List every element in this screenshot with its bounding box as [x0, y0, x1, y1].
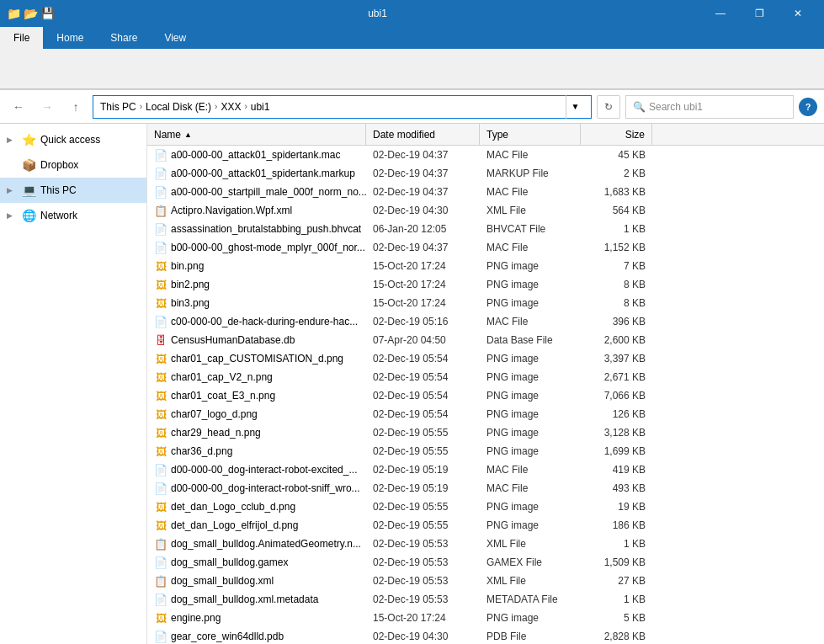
table-row[interactable]: 🖼 char29_head_n.png 02-Dec-19 05:55 PNG … [147, 423, 824, 442]
file-size-cell: 1 KB [581, 538, 652, 550]
refresh-button[interactable]: ↻ [597, 95, 620, 119]
table-row[interactable]: 🖼 bin.png 15-Oct-20 17:24 PNG image 7 KB [147, 257, 824, 275]
file-type-icon: 📄 [154, 241, 167, 254]
help-button[interactable]: ? [799, 98, 817, 116]
table-row[interactable]: 🖼 char01_cap_CUSTOMISATION_d.png 02-Dec-… [147, 349, 824, 368]
file-type-icon: 🖼 [154, 426, 167, 439]
table-row[interactable]: 🖼 det_dan_Logo_cclub_d.png 02-Dec-19 05:… [147, 498, 824, 516]
close-button[interactable]: ✕ [779, 0, 817, 27]
tab-home[interactable]: Home [43, 27, 97, 49]
file-name: dog_small_bulldog.xml [171, 575, 274, 587]
file-date-cell: 06-Jan-20 12:05 [366, 223, 480, 235]
sort-arrow-name: ▲ [184, 130, 192, 139]
file-type-cell: MARKUP File [480, 168, 581, 179]
up-button[interactable]: ↑ [64, 95, 88, 119]
file-name: char01_cap_CUSTOMISATION_d.png [171, 353, 343, 365]
file-type-cell: BHVCAT File [480, 223, 581, 235]
table-row[interactable]: 📄 b00-000-00_ghost-mode_mplyr_000f_nor..… [147, 238, 824, 257]
folder-icon: 📁 [7, 7, 20, 20]
table-row[interactable]: 🖼 det_dan_Logo_elfrijol_d.png 02-Dec-19 … [147, 516, 824, 535]
file-date-cell: 02-Dec-19 04:30 [366, 205, 480, 216]
file-name-cell: 🖼 bin2.png [147, 278, 366, 291]
minimize-button[interactable]: — [701, 0, 740, 27]
sidebar-item-thispc[interactable]: ▶ 💻 This PC [0, 178, 146, 203]
path-arrow-2: › [215, 102, 217, 111]
back-button[interactable]: ← [7, 95, 30, 119]
file-name-cell: 🖼 bin.png [147, 259, 366, 273]
file-list-body[interactable]: 📄 a00-000-00_attack01_spidertank.mac 02-… [147, 146, 824, 644]
sidebar-item-network[interactable]: ▶ 🌐 Network [0, 203, 146, 228]
col-header-date[interactable]: Date modified [366, 124, 480, 145]
table-row[interactable]: 🖼 bin2.png 15-Oct-20 17:24 PNG image 8 K… [147, 275, 824, 294]
file-type-icon: 📄 [154, 315, 167, 328]
window-controls: — ❐ ✕ [701, 0, 817, 27]
tab-file[interactable]: File [0, 27, 43, 49]
file-date-cell: 02-Dec-19 05:54 [366, 353, 480, 365]
file-name-cell: 📋 dog_small_bulldog.xml [147, 574, 366, 588]
table-row[interactable]: 🖼 char01_cap_V2_n.png 02-Dec-19 05:54 PN… [147, 368, 824, 386]
table-row[interactable]: 🗄 CensusHumanDatabase.db 07-Apr-20 04:50… [147, 331, 824, 349]
col-header-size[interactable]: Size [581, 124, 652, 145]
path-thispc: This PC [100, 101, 136, 113]
file-name: d00-000-00_dog-interact-robot-excited_..… [171, 464, 357, 476]
table-row[interactable]: 📄 dog_small_bulldog.xml.metadata 02-Dec-… [147, 590, 824, 609]
file-type-cell: GAMEX File [480, 556, 581, 568]
file-type-cell: MAC File [480, 464, 581, 476]
file-name: det_dan_Logo_cclub_d.png [171, 501, 295, 513]
file-name: bin.png [171, 260, 204, 272]
file-name: c00-000-00_de-hack-during-endure-hac... [171, 316, 358, 327]
table-row[interactable]: 📋 dog_small_bulldog.AnimatedGeometry.n..… [147, 535, 824, 553]
col-header-name[interactable]: Name ▲ [147, 124, 366, 145]
table-row[interactable]: 📋 Actipro.Navigation.Wpf.xml 02-Dec-19 0… [147, 201, 824, 220]
file-type-cell: PNG image [480, 279, 581, 290]
file-date-cell: 02-Dec-19 05:53 [366, 593, 480, 605]
file-name-cell: 🖼 bin3.png [147, 296, 366, 310]
file-type-cell: PNG image [480, 297, 581, 309]
table-row[interactable]: 📄 d00-000-00_dog-interact-robot-sniff_wr… [147, 479, 824, 498]
file-size-cell: 8 KB [581, 279, 652, 290]
table-row[interactable]: 📄 gear_core_win64dlld.pdb 02-Dec-19 04:3… [147, 627, 824, 644]
table-row[interactable]: 📄 a00-000-00_startpill_male_000f_norm_no… [147, 183, 824, 201]
expand-icon-network: ▶ [7, 211, 17, 220]
tab-view[interactable]: View [151, 27, 199, 49]
file-name-cell: 🖼 char07_logo_d.png [147, 407, 366, 421]
sidebar-label-thispc: This PC [40, 184, 77, 196]
sidebar-item-dropbox[interactable]: 📦 Dropbox [0, 152, 146, 178]
file-date-cell: 02-Dec-19 05:54 [366, 408, 480, 420]
table-row[interactable]: 📄 c00-000-00_de-hack-during-endure-hac..… [147, 312, 824, 331]
table-row[interactable]: 📄 assassination_brutalstabbing_push.bhvc… [147, 220, 824, 238]
table-row[interactable]: 📋 dog_small_bulldog.xml 02-Dec-19 05:53 … [147, 572, 824, 590]
file-name-cell: 📋 dog_small_bulldog.AnimatedGeometry.n..… [147, 537, 366, 551]
save-icon: 💾 [40, 7, 54, 20]
table-row[interactable]: 🖼 char01_coat_E3_n.png 02-Dec-19 05:54 P… [147, 386, 824, 405]
file-size-cell: 1,699 KB [581, 445, 652, 457]
maximize-button[interactable]: ❐ [740, 0, 779, 27]
file-size-cell: 1,152 KB [581, 242, 652, 253]
search-box[interactable]: 🔍 Search ubi1 [625, 95, 794, 119]
address-dropdown[interactable]: ▼ [566, 95, 584, 119]
address-path[interactable]: This PC › Local Disk (E:) › XXX › ubi1 ▼ [93, 95, 592, 119]
table-row[interactable]: 🖼 bin3.png 15-Oct-20 17:24 PNG image 8 K… [147, 294, 824, 312]
file-name: dog_small_bulldog.gamex [171, 556, 288, 568]
sidebar-label-dropbox: Dropbox [40, 159, 78, 171]
table-row[interactable]: 📄 a00-000-00_attack01_spidertank.markup … [147, 164, 824, 183]
file-size-cell: 419 KB [581, 464, 652, 476]
file-date-cell: 15-Oct-20 17:24 [366, 279, 480, 290]
file-size-cell: 1 KB [581, 223, 652, 235]
table-row[interactable]: 📄 dog_small_bulldog.gamex 02-Dec-19 05:5… [147, 553, 824, 572]
tab-share[interactable]: Share [97, 27, 151, 49]
table-row[interactable]: 📄 a00-000-00_attack01_spidertank.mac 02-… [147, 146, 824, 164]
col-header-type[interactable]: Type [480, 124, 581, 145]
file-name-cell: 📄 d00-000-00_dog-interact-robot-excited_… [147, 463, 366, 476]
file-type-cell: Data Base File [480, 334, 581, 346]
table-row[interactable]: 📄 d00-000-00_dog-interact-robot-excited_… [147, 460, 824, 479]
table-row[interactable]: 🖼 engine.png 15-Oct-20 17:24 PNG image 5… [147, 609, 824, 627]
sidebar-item-quickaccess[interactable]: ▶ ⭐ Quick access [0, 127, 146, 152]
file-name-cell: 🖼 char01_coat_E3_n.png [147, 389, 366, 402]
table-row[interactable]: 🖼 char36_d.png 02-Dec-19 05:55 PNG image… [147, 442, 824, 460]
file-name: b00-000-00_ghost-mode_mplyr_000f_nor... [171, 242, 365, 253]
file-name-cell: 📄 a00-000-00_attack01_spidertank.mac [147, 148, 366, 162]
forward-button[interactable]: → [35, 95, 59, 119]
quickaccess-icon: ⭐ [22, 133, 35, 146]
table-row[interactable]: 🖼 char07_logo_d.png 02-Dec-19 05:54 PNG … [147, 405, 824, 423]
